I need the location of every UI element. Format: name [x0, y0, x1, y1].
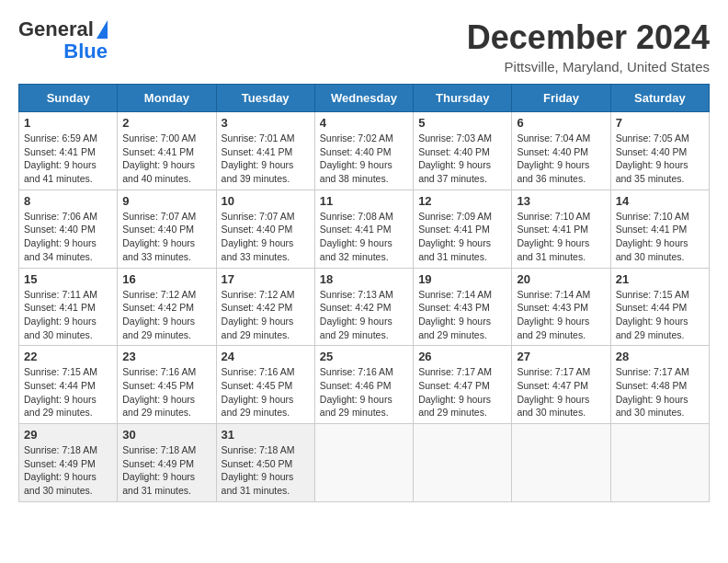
day-number: 22: [24, 350, 112, 363]
cell-info: Sunrise: 7:16 AM Sunset: 4:45 PM Dayligh…: [222, 365, 310, 419]
header-monday: Monday: [118, 85, 216, 112]
table-row: [414, 424, 512, 502]
header-friday: Friday: [512, 85, 610, 112]
day-number: 6: [517, 116, 605, 130]
table-row: 10 Sunrise: 7:07 AM Sunset: 4:40 PM Dayl…: [216, 190, 314, 268]
day-number: 13: [517, 194, 605, 208]
cell-info: Sunrise: 7:05 AM Sunset: 4:40 PM Dayligh…: [616, 132, 704, 186]
title-area: December 2024 Pittsville, Maryland, Unit…: [467, 18, 710, 75]
table-row: 8 Sunrise: 7:06 AM Sunset: 4:40 PM Dayli…: [19, 190, 118, 268]
header-saturday: Saturday: [610, 85, 709, 112]
cell-info: Sunrise: 7:18 AM Sunset: 4:49 PM Dayligh…: [24, 443, 112, 498]
day-number: 5: [418, 116, 506, 130]
cell-info: Sunrise: 7:10 AM Sunset: 4:41 PM Dayligh…: [517, 210, 605, 264]
cell-info: Sunrise: 6:59 AM Sunset: 4:41 PM Dayligh…: [24, 132, 112, 186]
logo: General Blue: [18, 18, 108, 63]
day-number: 15: [24, 272, 112, 286]
day-number: 26: [418, 350, 506, 363]
header-thursday: Thursday: [414, 85, 512, 112]
day-number: 1: [24, 116, 112, 130]
day-number: 31: [222, 428, 310, 442]
cell-info: Sunrise: 7:16 AM Sunset: 4:45 PM Dayligh…: [122, 365, 210, 419]
cell-info: Sunrise: 7:14 AM Sunset: 4:43 PM Dayligh…: [418, 288, 506, 342]
day-number: 14: [616, 194, 704, 208]
table-row: [610, 424, 709, 502]
day-number: 7: [616, 116, 704, 130]
day-number: 12: [418, 194, 506, 208]
calendar-week-row: 22 Sunrise: 7:15 AM Sunset: 4:44 PM Dayl…: [19, 346, 710, 424]
cell-info: Sunrise: 7:02 AM Sunset: 4:40 PM Dayligh…: [320, 132, 408, 186]
table-row: 16 Sunrise: 7:12 AM Sunset: 4:42 PM Dayl…: [118, 268, 216, 346]
day-number: 4: [320, 116, 408, 130]
cell-info: Sunrise: 7:12 AM Sunset: 4:42 PM Dayligh…: [222, 288, 310, 342]
cell-info: Sunrise: 7:01 AM Sunset: 4:41 PM Dayligh…: [222, 132, 310, 186]
table-row: 3 Sunrise: 7:01 AM Sunset: 4:41 PM Dayli…: [216, 112, 314, 190]
day-number: 28: [616, 350, 704, 363]
calendar-week-row: 29 Sunrise: 7:18 AM Sunset: 4:49 PM Dayl…: [19, 424, 710, 502]
table-row: 27 Sunrise: 7:17 AM Sunset: 4:47 PM Dayl…: [512, 346, 610, 424]
calendar-week-row: 15 Sunrise: 7:11 AM Sunset: 4:41 PM Dayl…: [19, 268, 710, 346]
cell-info: Sunrise: 7:07 AM Sunset: 4:40 PM Dayligh…: [122, 210, 210, 264]
day-number: 10: [222, 194, 310, 208]
table-row: 9 Sunrise: 7:07 AM Sunset: 4:40 PM Dayli…: [118, 190, 216, 268]
cell-info: Sunrise: 7:06 AM Sunset: 4:40 PM Dayligh…: [24, 210, 112, 264]
calendar-table: Sunday Monday Tuesday Wednesday Thursday…: [18, 84, 710, 502]
cell-info: Sunrise: 7:14 AM Sunset: 4:43 PM Dayligh…: [517, 288, 605, 342]
logo-general: General: [18, 18, 94, 40]
day-number: 17: [222, 272, 310, 286]
day-number: 30: [122, 428, 210, 442]
cell-info: Sunrise: 7:11 AM Sunset: 4:41 PM Dayligh…: [24, 288, 112, 342]
table-row: 1 Sunrise: 6:59 AM Sunset: 4:41 PM Dayli…: [19, 112, 118, 190]
day-number: 24: [222, 350, 310, 363]
day-number: 19: [418, 272, 506, 286]
table-row: 4 Sunrise: 7:02 AM Sunset: 4:40 PM Dayli…: [314, 112, 413, 190]
day-number: 18: [320, 272, 408, 286]
table-row: 15 Sunrise: 7:11 AM Sunset: 4:41 PM Dayl…: [19, 268, 118, 346]
table-row: 24 Sunrise: 7:16 AM Sunset: 4:45 PM Dayl…: [216, 346, 314, 424]
table-row: 14 Sunrise: 7:10 AM Sunset: 4:41 PM Dayl…: [610, 190, 709, 268]
table-row: 11 Sunrise: 7:08 AM Sunset: 4:41 PM Dayl…: [314, 190, 413, 268]
table-row: [512, 424, 610, 502]
cell-info: Sunrise: 7:18 AM Sunset: 4:49 PM Dayligh…: [122, 443, 210, 498]
table-row: 30 Sunrise: 7:18 AM Sunset: 4:49 PM Dayl…: [118, 424, 216, 502]
table-row: 21 Sunrise: 7:15 AM Sunset: 4:44 PM Dayl…: [610, 268, 709, 346]
day-number: 11: [320, 194, 408, 208]
table-row: 20 Sunrise: 7:14 AM Sunset: 4:43 PM Dayl…: [512, 268, 610, 346]
table-row: 26 Sunrise: 7:17 AM Sunset: 4:47 PM Dayl…: [414, 346, 512, 424]
table-row: 6 Sunrise: 7:04 AM Sunset: 4:40 PM Dayli…: [512, 112, 610, 190]
cell-info: Sunrise: 7:17 AM Sunset: 4:47 PM Dayligh…: [517, 365, 605, 419]
day-number: 25: [320, 350, 408, 363]
header: General Blue December 2024 Pittsville, M…: [18, 18, 710, 75]
calendar-week-row: 1 Sunrise: 6:59 AM Sunset: 4:41 PM Dayli…: [19, 112, 710, 190]
table-row: 5 Sunrise: 7:03 AM Sunset: 4:40 PM Dayli…: [414, 112, 512, 190]
table-row: 31 Sunrise: 7:18 AM Sunset: 4:50 PM Dayl…: [216, 424, 314, 502]
table-row: 19 Sunrise: 7:14 AM Sunset: 4:43 PM Dayl…: [414, 268, 512, 346]
table-row: 2 Sunrise: 7:00 AM Sunset: 4:41 PM Dayli…: [118, 112, 216, 190]
table-row: 25 Sunrise: 7:16 AM Sunset: 4:46 PM Dayl…: [314, 346, 413, 424]
calendar-header-row: Sunday Monday Tuesday Wednesday Thursday…: [19, 85, 710, 112]
table-row: 28 Sunrise: 7:17 AM Sunset: 4:48 PM Dayl…: [610, 346, 709, 424]
cell-info: Sunrise: 7:04 AM Sunset: 4:40 PM Dayligh…: [517, 132, 605, 186]
table-row: 13 Sunrise: 7:10 AM Sunset: 4:41 PM Dayl…: [512, 190, 610, 268]
table-row: 23 Sunrise: 7:16 AM Sunset: 4:45 PM Dayl…: [118, 346, 216, 424]
logo-blue: Blue: [63, 40, 108, 63]
day-number: 3: [222, 116, 310, 130]
cell-info: Sunrise: 7:12 AM Sunset: 4:42 PM Dayligh…: [122, 288, 210, 342]
cell-info: Sunrise: 7:17 AM Sunset: 4:48 PM Dayligh…: [616, 365, 704, 419]
cell-info: Sunrise: 7:18 AM Sunset: 4:50 PM Dayligh…: [222, 443, 310, 498]
day-number: 20: [517, 272, 605, 286]
table-row: [314, 424, 413, 502]
cell-info: Sunrise: 7:16 AM Sunset: 4:46 PM Dayligh…: [320, 365, 408, 419]
cell-info: Sunrise: 7:15 AM Sunset: 4:44 PM Dayligh…: [616, 288, 704, 342]
logo-triangle-icon: [97, 20, 108, 39]
cell-info: Sunrise: 7:03 AM Sunset: 4:40 PM Dayligh…: [418, 132, 506, 186]
cell-info: Sunrise: 7:15 AM Sunset: 4:44 PM Dayligh…: [24, 365, 112, 419]
header-wednesday: Wednesday: [314, 85, 413, 112]
cell-info: Sunrise: 7:13 AM Sunset: 4:42 PM Dayligh…: [320, 288, 408, 342]
table-row: 17 Sunrise: 7:12 AM Sunset: 4:42 PM Dayl…: [216, 268, 314, 346]
day-number: 9: [122, 194, 210, 208]
cell-info: Sunrise: 7:07 AM Sunset: 4:40 PM Dayligh…: [222, 210, 310, 264]
cell-info: Sunrise: 7:10 AM Sunset: 4:41 PM Dayligh…: [616, 210, 704, 264]
day-number: 2: [122, 116, 210, 130]
header-tuesday: Tuesday: [216, 85, 314, 112]
